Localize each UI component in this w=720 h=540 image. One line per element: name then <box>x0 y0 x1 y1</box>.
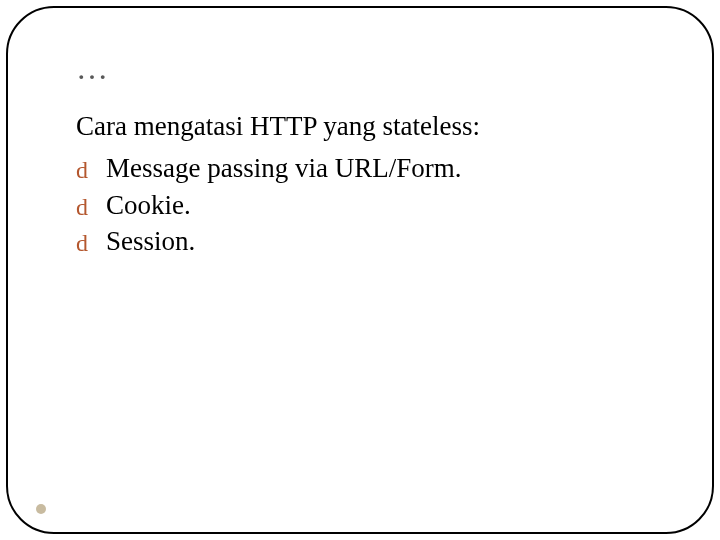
bullet-icon: d <box>76 154 88 186</box>
decorative-dot <box>36 504 46 514</box>
list-item: d Cookie. <box>76 187 652 223</box>
bullet-list: d Message passing via URL/Form. d Cookie… <box>76 150 652 259</box>
bullet-icon: d <box>76 191 88 223</box>
intro-text: Cara mengatasi HTTP yang stateless: <box>76 108 652 144</box>
list-item-text: Message passing via URL/Form. <box>106 153 461 183</box>
list-item: d Message passing via URL/Form. <box>76 150 652 186</box>
list-item-text: Session. <box>106 226 195 256</box>
slide-frame: … Cara mengatasi HTTP yang stateless: d … <box>6 6 714 534</box>
bullet-icon: d <box>76 227 88 259</box>
list-item-text: Cookie. <box>106 190 191 220</box>
slide-title: … <box>76 52 652 84</box>
list-item: d Session. <box>76 223 652 259</box>
